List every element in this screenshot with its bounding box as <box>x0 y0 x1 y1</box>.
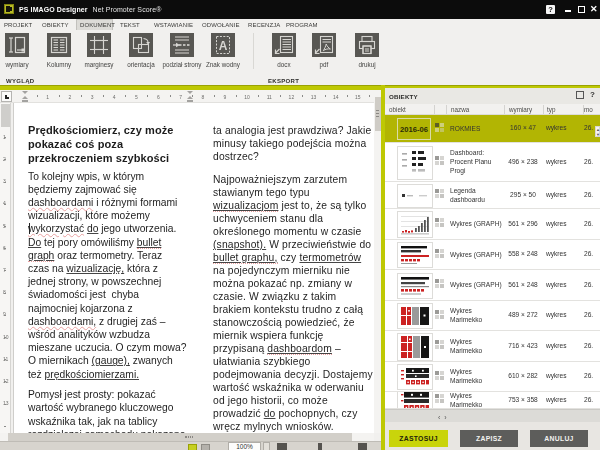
svg-text:A: A <box>219 39 228 53</box>
